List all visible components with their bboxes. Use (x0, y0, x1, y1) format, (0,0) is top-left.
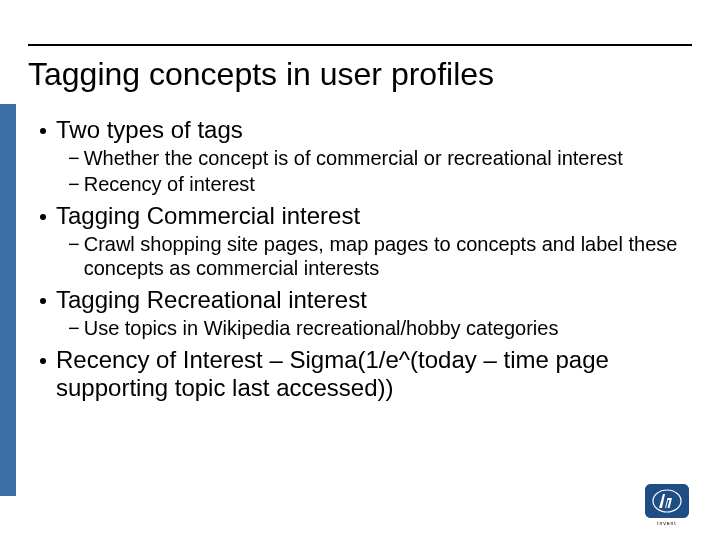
slide: Tagging concepts in user profiles Two ty… (0, 0, 720, 540)
subbullet-text: Crawl shopping site pages, map pages to … (84, 232, 690, 280)
dash-icon: − (68, 316, 80, 340)
bullet-text: Recency of Interest – Sigma(1/e^(today –… (56, 346, 690, 402)
bullet-4: Recency of Interest – Sigma(1/e^(today –… (40, 346, 690, 402)
subbullet: − Whether the concept is of commercial o… (68, 146, 690, 170)
subbullet-text: Use topics in Wikipedia recreational/hob… (84, 316, 559, 340)
bullet-1: Two types of tags (40, 116, 690, 144)
hp-logo: invent (640, 484, 694, 526)
bullet-2: Tagging Commercial interest (40, 202, 690, 230)
hp-logo-subtext: invent (640, 520, 694, 526)
subbullet: − Crawl shopping site pages, map pages t… (68, 232, 690, 280)
content-area: Two types of tags − Whether the concept … (40, 110, 690, 402)
bullet-dot-icon (40, 358, 46, 364)
bullet-text: Tagging Commercial interest (56, 202, 360, 230)
bullet-dot-icon (40, 214, 46, 220)
accent-bar (0, 104, 16, 496)
subbullet-text: Whether the concept is of commercial or … (84, 146, 623, 170)
dash-icon: − (68, 172, 80, 196)
top-rule (28, 44, 692, 46)
subbullet: − Use topics in Wikipedia recreational/h… (68, 316, 690, 340)
subbullet-text: Recency of interest (84, 172, 255, 196)
bullet-text: Tagging Recreational interest (56, 286, 367, 314)
hp-logo-icon (645, 484, 689, 518)
bullet-dot-icon (40, 298, 46, 304)
bullet-text: Two types of tags (56, 116, 243, 144)
dash-icon: − (68, 146, 80, 170)
bullet-3: Tagging Recreational interest (40, 286, 690, 314)
bullet-dot-icon (40, 128, 46, 134)
dash-icon: − (68, 232, 80, 256)
slide-title: Tagging concepts in user profiles (28, 56, 692, 93)
subbullet: − Recency of interest (68, 172, 690, 196)
